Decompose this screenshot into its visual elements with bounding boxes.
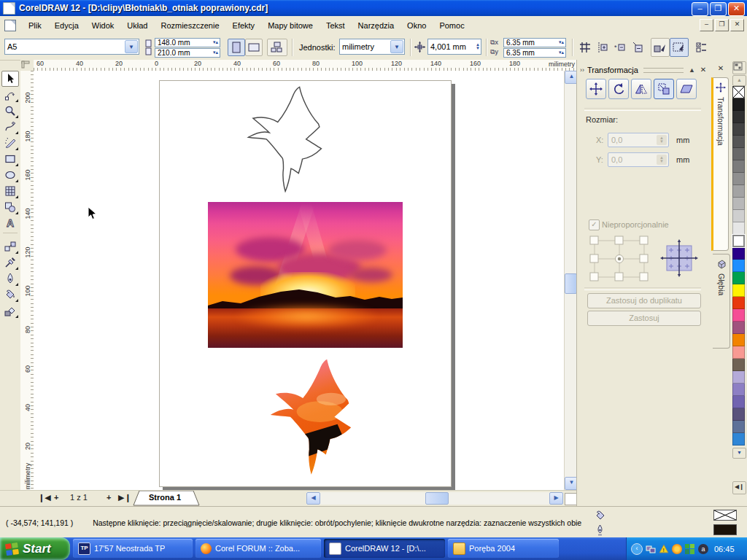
anchor-point-grid[interactable] [589, 235, 651, 283]
interactive-blend-tool[interactable] [1, 238, 19, 254]
warning-icon[interactable]: ! [659, 544, 669, 554]
rectangle-tool[interactable] [1, 151, 19, 167]
taskbar-task[interactable]: Poręba 2004 [448, 539, 559, 558]
palette-swatch[interactable] [732, 359, 745, 371]
tab-transformacja[interactable]: Transformacja [711, 77, 729, 251]
palette-swatch[interactable] [732, 284, 745, 297]
palette-swatch[interactable] [732, 247, 745, 260]
scroll-left-button[interactable]: ◀ [306, 492, 320, 505]
palette-swatch[interactable] [732, 309, 745, 322]
menu-item-widok[interactable]: Widok [85, 18, 121, 33]
spinner-arrows-icon[interactable]: ▾▴ [213, 39, 218, 45]
palette-swatch[interactable] [732, 272, 745, 284]
interactive-fill-tool[interactable] [1, 303, 19, 319]
palette-swatch[interactable] [732, 210, 745, 222]
tab-glebia[interactable]: Głębia [713, 254, 730, 349]
add-page-after-button[interactable]: + [107, 493, 111, 502]
palette-menu-icon[interactable] [732, 61, 746, 74]
menu-item-rozmieszczenie[interactable]: Rozmieszczenie [154, 18, 225, 33]
palette-swatch[interactable] [732, 396, 745, 408]
nudge-input[interactable]: 4,001 mm ▲▼ [427, 39, 481, 55]
palette-swatch[interactable] [732, 111, 745, 123]
snap-to-guidelines-button[interactable] [594, 39, 611, 56]
scroll-right-button[interactable]: ▶ [549, 492, 563, 505]
size-transform-button[interactable] [654, 79, 674, 99]
palette-swatch[interactable] [732, 198, 745, 210]
fill-tool[interactable] [1, 287, 19, 303]
palette-swatch[interactable] [732, 371, 745, 384]
v-ruler[interactable]: milimetry 20018016014012010080604020 [20, 71, 34, 490]
menu-item-okno[interactable]: Okno [400, 18, 433, 33]
palette-swatch[interactable] [732, 98, 745, 111]
close-button[interactable]: ✕ [728, 2, 745, 16]
eyedropper-tool[interactable] [1, 254, 19, 271]
taskbar-task[interactable]: TP17'57 Neostrada TP [73, 539, 193, 558]
ellipse-tool[interactable] [1, 167, 19, 183]
text-tool[interactable]: A [1, 215, 19, 231]
graph-paper-tool[interactable] [1, 183, 19, 199]
palette-swatch[interactable] [732, 260, 745, 272]
updates-icon[interactable] [685, 544, 695, 554]
palette-swatch[interactable] [732, 222, 745, 235]
h-scroll-thumb[interactable] [425, 492, 449, 505]
smart-drawing-tool[interactable] [1, 135, 19, 151]
palette-swatch[interactable] [732, 421, 745, 433]
units-combo[interactable]: milimetry ▼ [339, 39, 405, 55]
duplicate-x-input[interactable]: 6.35 mm ▾▴ [503, 38, 566, 47]
snap-to-objects-button[interactable]: * [611, 39, 629, 56]
docker-collapse-icon[interactable]: ▲ [689, 66, 695, 74]
v-scroll-thumb[interactable] [565, 273, 577, 294]
rotate-transform-button[interactable] [608, 79, 629, 99]
maximize-button[interactable]: ❐ [710, 2, 727, 16]
all-pages-button[interactable] [267, 39, 287, 56]
h-ruler[interactable]: milimetry 604020020406080100120140160180 [34, 60, 578, 71]
palette-swatch[interactable] [732, 384, 745, 396]
bird-filled-object[interactable] [257, 357, 372, 478]
first-page-button[interactable]: ❙◀ [38, 493, 51, 502]
minimize-button[interactable]: – [692, 2, 708, 16]
doc-close-button[interactable]: ✕ [730, 19, 744, 31]
basic-shapes-tool[interactable] [1, 199, 19, 215]
skew-transform-button[interactable] [676, 79, 697, 99]
palette-swatch[interactable] [732, 322, 745, 334]
freehand-tool[interactable] [1, 119, 19, 135]
palette-swatch[interactable] [732, 433, 745, 446]
menu-item-plik[interactable]: Plik [22, 18, 48, 33]
spinner-arrows-icon[interactable]: ▾▴ [213, 50, 218, 55]
landscape-button[interactable] [245, 39, 263, 56]
pick-tool[interactable] [1, 71, 19, 87]
docker-group-close-icon[interactable]: ✕ [716, 64, 726, 74]
no-color-swatch[interactable] [732, 86, 745, 98]
add-page-before-button[interactable]: + [54, 493, 58, 502]
palette-swatch[interactable] [732, 408, 745, 421]
palette-swatch[interactable] [732, 148, 745, 160]
title-bar[interactable]: CorelDRAW 12 - [D:\clipy\Błotniak\b_otni… [0, 0, 747, 16]
doc-restore-button[interactable]: ❐ [715, 19, 729, 31]
app-tray-icon[interactable]: a [698, 544, 708, 554]
menu-item-narzędzia[interactable]: Narzędzia [352, 18, 401, 33]
sunset-photo-object[interactable] [208, 202, 403, 348]
chevron-down-icon[interactable]: ▼ [390, 40, 403, 53]
palette-swatch[interactable] [732, 185, 745, 198]
palette-swatch[interactable] [732, 136, 745, 148]
doc-minimize-button[interactable]: – [700, 19, 713, 31]
palette-expand-icon[interactable]: ◀❙ [732, 481, 746, 494]
snap-to-grid-button[interactable] [576, 39, 594, 56]
network-icon[interactable] [646, 544, 656, 554]
shape-tool[interactable] [1, 87, 19, 103]
spinner-arrows-icon[interactable]: ▲▼ [476, 39, 480, 54]
zoom-tool[interactable] [1, 103, 19, 119]
docker-close-icon[interactable]: ✕ [698, 66, 708, 75]
menu-item-układ[interactable]: Układ [120, 18, 154, 33]
taskbar-task[interactable]: CorelDRAW 12 - [D:\... [324, 539, 445, 558]
last-page-button[interactable]: ▶❙ [118, 493, 131, 502]
palette-swatch[interactable] [732, 346, 745, 359]
menu-item-efekty[interactable]: Efekty [226, 18, 262, 33]
marquee-select-button[interactable] [670, 38, 689, 57]
bird-outline-object[interactable] [241, 82, 336, 197]
treat-as-filled-button[interactable] [651, 38, 670, 57]
palette-swatch[interactable] [732, 173, 745, 185]
portrait-button[interactable] [228, 39, 245, 56]
menu-item-pomoc[interactable]: Pomoc [433, 18, 471, 33]
palette-swatch[interactable] [732, 297, 745, 309]
